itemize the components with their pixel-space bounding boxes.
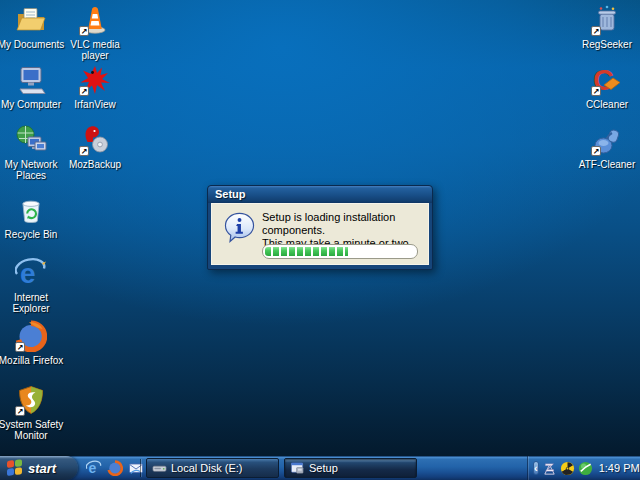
setup-dialog: Setup Setup is loading installation comp…: [207, 185, 433, 270]
desktop-icon-regseeker[interactable]: ↗ RegSeeker: [573, 4, 640, 50]
dialog-title: Setup: [215, 188, 246, 200]
desktop-icon-ccleaner[interactable]: C ↗ CCleaner: [573, 64, 640, 110]
dialog-body: Setup is loading installation components…: [211, 203, 429, 265]
desktop-icon-label: Internet Explorer: [0, 292, 65, 314]
atf-cleaner-icon: ↗: [591, 124, 623, 156]
start-button[interactable]: start: [0, 456, 78, 480]
shortcut-arrow-icon: ↗: [79, 86, 89, 96]
quick-launch-divider: [140, 459, 141, 477]
desktop-icon-label: CCleaner: [573, 99, 640, 110]
desktop-icon-my-documents[interactable]: My Documents: [0, 4, 65, 50]
shortcut-arrow-icon: ↗: [591, 26, 601, 36]
desktop-icon-atf-cleaner[interactable]: ↗ ATF-Cleaner: [573, 124, 640, 170]
desktop-icon-mozbackup[interactable]: ↗ MozBackup: [61, 124, 129, 170]
outlook-express-icon[interactable]: [128, 460, 144, 476]
firefox-icon[interactable]: [107, 460, 123, 476]
taskbar-task-local-disk[interactable]: Local Disk (E:): [146, 458, 279, 478]
mozbackup-icon: ↗: [79, 124, 111, 156]
desktop-icon-recycle-bin[interactable]: Recycle Bin: [0, 194, 65, 240]
progress-fill: [265, 247, 348, 256]
progress-bar: [262, 244, 418, 259]
task-label: Setup: [309, 462, 338, 474]
internet-explorer-icon[interactable]: e: [86, 460, 102, 476]
windows-logo-icon: [7, 459, 24, 477]
desktop-icon-my-network-places[interactable]: My Network Places: [0, 124, 65, 181]
desktop-icon-label: My Computer: [0, 99, 65, 110]
taskbar: start e Local Disk (E:): [0, 456, 640, 480]
my-documents-icon: [15, 4, 47, 36]
my-computer-icon: [15, 64, 47, 96]
desktop: My Documents ↗ VLC media player My Compu…: [0, 0, 640, 480]
vlc-icon: ↗: [79, 4, 111, 36]
desktop-icon-label: VLC media player: [61, 39, 129, 61]
taskbar-task-setup[interactable]: Setup: [284, 458, 417, 478]
desktop-icon-my-computer[interactable]: My Computer: [0, 64, 65, 110]
quick-launch: e: [86, 460, 144, 476]
desktop-icon-irfanview[interactable]: ↗ IrfanView: [61, 64, 129, 110]
system-tray: ‹ 1:49 PM: [527, 456, 640, 480]
shortcut-arrow-icon: ↗: [79, 146, 89, 156]
shortcut-arrow-icon: ↗: [591, 146, 601, 156]
desktop-icon-system-safety-monitor[interactable]: ↗ System Safety Monitor: [0, 384, 65, 441]
setup-window-icon: [290, 461, 305, 476]
disk-drive-icon: [152, 461, 167, 476]
internet-explorer-icon: e: [15, 257, 47, 289]
dialog-titlebar[interactable]: Setup: [208, 186, 432, 203]
firefox-icon: ↗: [15, 320, 47, 352]
shortcut-arrow-icon: ↗: [15, 342, 25, 352]
system-safety-monitor-icon: ↗: [15, 384, 47, 416]
dialog-message-line1: Setup is loading installation components…: [262, 211, 428, 237]
desktop-icon-label: My Documents: [0, 39, 65, 50]
tray-collapse-chevron-icon[interactable]: ‹: [533, 461, 539, 475]
desktop-icon-label: IrfanView: [61, 99, 129, 110]
irfanview-icon: ↗: [79, 64, 111, 96]
shortcut-arrow-icon: ↗: [15, 406, 25, 416]
desktop-icon-mozilla-firefox[interactable]: ↗ Mozilla Firefox: [0, 320, 65, 366]
shortcut-arrow-icon: ↗: [79, 26, 89, 36]
desktop-icon-internet-explorer[interactable]: e Internet Explorer: [0, 257, 65, 314]
tray-clock[interactable]: 1:49 PM: [599, 462, 640, 474]
radiation-hazard-icon[interactable]: [560, 461, 575, 476]
desktop-icon-vlc[interactable]: ↗ VLC media player: [61, 4, 129, 61]
desktop-icon-label: Recycle Bin: [0, 229, 65, 240]
desktop-icon-label: My Network Places: [0, 159, 65, 181]
desktop-icon-label: Mozilla Firefox: [0, 355, 65, 366]
shortcut-arrow-icon: ↗: [591, 86, 601, 96]
zonealarm-icon[interactable]: [542, 461, 557, 476]
start-button-label: start: [28, 461, 56, 476]
green-orb-icon[interactable]: [578, 461, 593, 476]
my-network-places-icon: [15, 124, 47, 156]
desktop-icon-label: RegSeeker: [573, 39, 640, 50]
info-icon: [224, 212, 255, 243]
desktop-icon-label: System Safety Monitor: [0, 419, 65, 441]
desktop-icon-label: ATF-Cleaner: [573, 159, 640, 170]
recycle-bin-icon: [15, 194, 47, 226]
ccleaner-icon: C ↗: [591, 64, 623, 96]
regseeker-icon: ↗: [591, 4, 623, 36]
desktop-icon-label: MozBackup: [61, 159, 129, 170]
task-label: Local Disk (E:): [171, 462, 243, 474]
